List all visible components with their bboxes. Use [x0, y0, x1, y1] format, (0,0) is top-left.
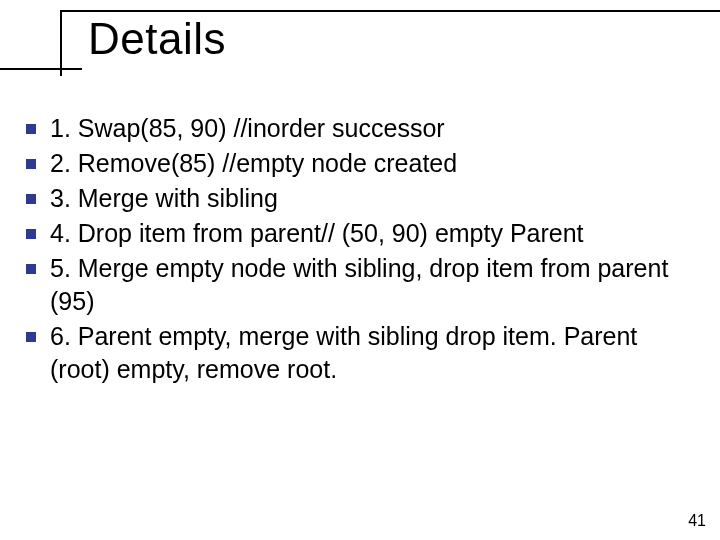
list-item: 1. Swap(85, 90) //inorder successor: [26, 112, 692, 145]
list-item: 6. Parent empty, merge with sibling drop…: [26, 320, 692, 386]
list-item-text: 4. Drop item from parent// (50, 90) empt…: [50, 217, 692, 250]
slide-body: 1. Swap(85, 90) //inorder successor 2. R…: [26, 112, 692, 388]
square-bullet-icon: [26, 159, 36, 169]
list-item: 4. Drop item from parent// (50, 90) empt…: [26, 217, 692, 250]
page-number: 41: [688, 512, 706, 530]
title-area: Details: [0, 10, 720, 70]
square-bullet-icon: [26, 264, 36, 274]
list-item: 3. Merge with sibling: [26, 182, 692, 215]
slide: Details 1. Swap(85, 90) //inorder succes…: [0, 0, 720, 540]
title-rule-vertical: [60, 10, 62, 76]
slide-title: Details: [0, 12, 720, 68]
square-bullet-icon: [26, 229, 36, 239]
list-item: 2. Remove(85) //empty node created: [26, 147, 692, 180]
list-item-text: 5. Merge empty node with sibling, drop i…: [50, 252, 692, 318]
list-item: 5. Merge empty node with sibling, drop i…: [26, 252, 692, 318]
list-item-text: 1. Swap(85, 90) //inorder successor: [50, 112, 692, 145]
square-bullet-icon: [26, 124, 36, 134]
square-bullet-icon: [26, 194, 36, 204]
square-bullet-icon: [26, 332, 36, 342]
list-item-text: 3. Merge with sibling: [50, 182, 692, 215]
title-rule-bottom: [0, 68, 82, 70]
list-item-text: 2. Remove(85) //empty node created: [50, 147, 692, 180]
list-item-text: 6. Parent empty, merge with sibling drop…: [50, 320, 692, 386]
